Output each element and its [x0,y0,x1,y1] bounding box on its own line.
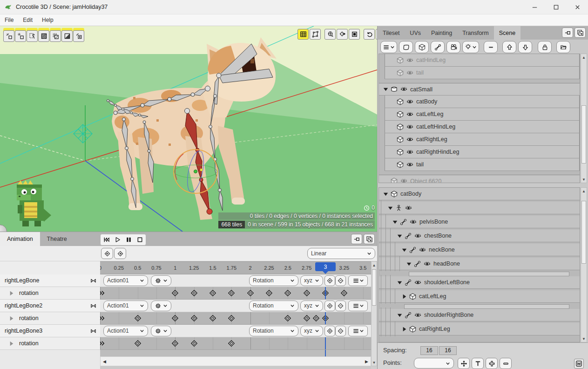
eye-visibility-icon[interactable] [406,98,413,105]
points-move-cross-button[interactable] [458,358,470,369]
toolbar-camera-button[interactable] [446,41,460,53]
keyframe-remove-button[interactable] [335,301,346,311]
popout-panel-button[interactable] [364,234,375,244]
eye-visibility-icon[interactable] [406,123,413,130]
viewport-3d[interactable]: 0 0 tiles / 0 edges / 0 vertices / 0 ins… [0,26,377,232]
channel-select[interactable]: Rotation [249,326,298,336]
tree-item-tail[interactable]: tail [385,67,580,79]
viewport-canvas[interactable] [0,26,377,232]
timeline-ruler[interactable]: 3 00.250.50.7511.251.51.7522.252.52.753.… [100,261,371,274]
triangle-right-icon[interactable] [400,293,408,300]
track-pin-icon[interactable] [90,328,97,335]
keyframe[interactable] [311,314,320,323]
action-select[interactable]: Action01 [103,275,148,286]
gear-select[interactable] [151,275,171,286]
toolbar-arrow-up-button[interactable] [502,41,516,53]
pause-button[interactable] [123,235,134,245]
axes-select[interactable]: xyz [300,301,323,311]
scroll-right-icon[interactable]: ▶ [365,359,368,364]
viewport-tool-fill-square[interactable] [349,29,360,40]
axes-select[interactable]: xyz [300,275,323,286]
keyframe-remove-button[interactable] [335,326,346,336]
scroll-up-icon[interactable]: ▲ [581,188,587,194]
keyframe[interactable] [133,339,142,348]
keyframe[interactable] [189,339,198,348]
toolbar-hamburger-button[interactable] [380,41,397,53]
bone-item-catRightLeg[interactable]: catRightLeg [379,323,580,335]
keyframe[interactable] [227,314,236,323]
eye-visibility-icon[interactable] [414,232,421,239]
triangle-down-icon[interactable] [386,205,394,212]
toolbar-bone-button[interactable] [431,41,445,53]
menu-file[interactable]: File [0,17,18,23]
axes-select[interactable]: xyz [300,326,323,336]
action-select[interactable]: Action01 [103,301,148,311]
tree-item-catRightHindLeg[interactable]: catRightHindLeg [385,146,580,158]
keyframe[interactable] [246,289,255,298]
tab-theatre[interactable]: Theatre [40,232,74,246]
viewport-tool-paint-hatch[interactable] [38,30,49,42]
points-minus-pill-button[interactable] [500,358,512,369]
bone-item-headBone[interactable]: headBone [379,258,580,270]
pin-panel-button[interactable] [351,234,362,244]
tree-item-catRightLeg[interactable]: catRightLeg [385,133,580,146]
scroll-up-icon[interactable]: ▲ [372,262,377,268]
timeline-hscrollbar[interactable]: ◀ ▶ [100,356,371,366]
eye-visibility-icon[interactable] [410,219,417,226]
eye-visibility-icon[interactable] [414,312,421,319]
bone-item-chestBone[interactable]: chestBone [379,230,580,242]
interpolation-select[interactable]: Linear [307,248,375,259]
eye-visibility-icon[interactable] [400,86,407,93]
triangle-right-icon[interactable] [8,340,15,347]
triangle-right-icon[interactable] [400,326,408,333]
keyframe[interactable] [208,314,217,323]
triangle-right-icon[interactable] [8,315,15,322]
tree-item-tail[interactable]: tail [385,158,580,171]
next-keyframe-button[interactable] [114,248,126,259]
triangle-down-icon[interactable] [396,279,403,286]
tab-scene[interactable]: Scene [494,26,520,40]
bone-item-armature[interactable] [379,202,580,214]
keyframe[interactable] [340,289,349,298]
keyframe[interactable] [189,314,198,323]
tab-tileset[interactable]: Tileset [378,26,405,40]
scrollbar-thumb[interactable] [581,105,586,164]
track-name-cell[interactable]: rightLegBone [0,274,100,287]
scroll-down-icon[interactable]: ▼ [581,335,587,342]
timeline-vscrollbar[interactable]: ▲ ▼ [371,261,377,366]
points-text-button[interactable] [472,358,484,369]
keyframe[interactable] [284,289,292,298]
eye-visibility-icon[interactable] [414,279,421,286]
bone-item-neckBone[interactable]: neckBone [379,244,580,256]
eye-visibility-icon[interactable] [406,57,413,64]
channel-label-cell[interactable]: rotation [0,312,100,325]
prev-keyframe-button[interactable] [101,248,113,259]
triangle-down-icon[interactable] [396,312,403,319]
channel-label-cell[interactable]: rotation [0,337,100,350]
tab-animation[interactable]: Animation [0,232,40,246]
keyframe-lane[interactable] [100,312,371,325]
scrollbar-thumb[interactable] [372,269,376,306]
close-button[interactable] [567,0,588,14]
keyframe[interactable] [227,339,236,348]
track-menu-button[interactable] [348,275,368,286]
triangle-down-icon[interactable] [400,246,408,253]
scroll-down-icon[interactable]: ▼ [372,359,377,366]
toolbar-bulb-button[interactable] [462,41,479,53]
tree-item-Object-6620[interactable]: Object 6620 [379,175,580,183]
stop-button[interactable] [135,235,145,245]
viewport-tool-tile-select[interactable] [27,30,38,42]
viewport-tool-paint-spray[interactable] [50,30,61,42]
track-pin-icon[interactable] [90,302,97,309]
scroll-down-icon[interactable]: ▼ [581,176,587,183]
eye-visibility-icon[interactable] [400,178,407,183]
popout-panel-button[interactable] [574,27,586,38]
keyframe[interactable] [189,289,198,298]
tree-item-catHindLeg[interactable]: catHindLeg [385,54,580,67]
bone-item-pelvisBone[interactable]: pelvisBone [379,216,580,228]
bone-item-catBody[interactable]: catBody [379,188,580,200]
channel-label-cell[interactable]: rotation [0,287,100,300]
menu-edit[interactable]: Edit [18,17,37,23]
keyframe[interactable] [227,289,236,298]
tab-transform[interactable]: Transform [457,26,494,40]
